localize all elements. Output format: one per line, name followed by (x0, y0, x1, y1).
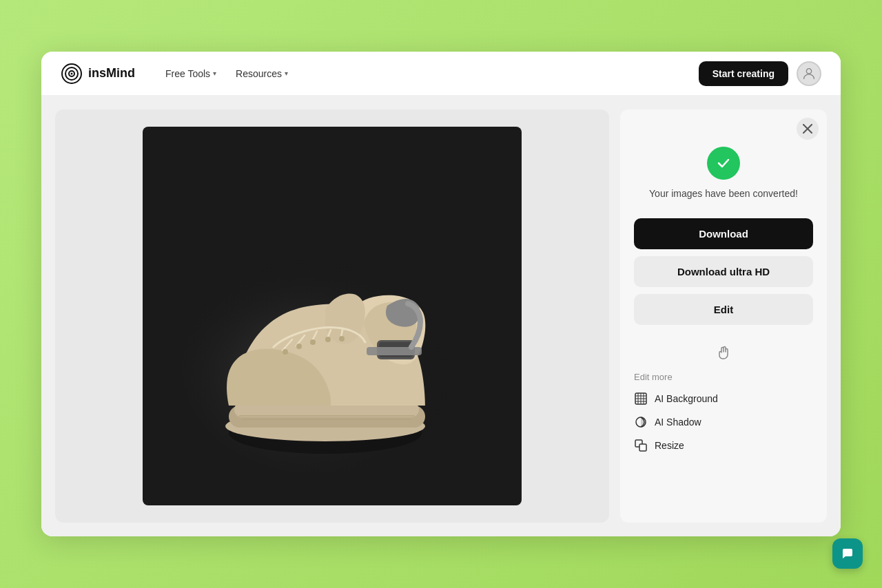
svg-point-21 (310, 339, 316, 345)
svg-point-4 (806, 68, 811, 73)
success-message: Your images have been converted! (649, 188, 798, 199)
ai-shadow-icon (634, 415, 648, 429)
close-button[interactable] (797, 118, 819, 140)
svg-point-19 (283, 349, 288, 355)
resize-item[interactable]: Resize (634, 437, 813, 454)
svg-point-3 (71, 72, 73, 74)
chat-bubble[interactable] (832, 538, 863, 569)
nav-free-tools[interactable]: Free Tools ▾ (157, 64, 225, 83)
svg-point-22 (325, 337, 331, 342)
logo: insMind (61, 63, 135, 85)
ai-background-label: AI Background (655, 393, 718, 404)
edit-more-section: Edit more (634, 372, 813, 454)
logo-icon (61, 63, 83, 85)
chevron-down-icon: ▾ (213, 70, 216, 77)
checkmark-icon (715, 155, 732, 171)
ai-shadow-item[interactable]: AI Shadow (634, 414, 813, 430)
svg-point-20 (296, 344, 302, 349)
download-button[interactable]: Download (634, 218, 813, 249)
svg-rect-37 (639, 444, 646, 451)
edit-more-title: Edit more (634, 372, 813, 382)
avatar[interactable] (797, 61, 821, 86)
right-panel: Your images have been converted! Downloa… (620, 109, 827, 523)
download-hd-button[interactable]: Download ultra HD (634, 256, 813, 287)
hand-icon (715, 344, 732, 361)
header-actions: Start creating (699, 61, 821, 86)
action-buttons: Download Download ultra HD Edit (634, 218, 813, 325)
main-nav: Free Tools ▾ Resources ▾ (157, 64, 699, 83)
edit-button[interactable]: Edit (634, 294, 813, 325)
ai-background-item[interactable]: AI Background (634, 390, 813, 407)
product-image (143, 127, 522, 505)
resize-icon (634, 439, 648, 452)
header: insMind Free Tools ▾ Resources ▾ Start c… (41, 52, 841, 96)
ai-shadow-label: AI Shadow (655, 417, 701, 428)
edit-more-items: AI Background AI Shadow (634, 390, 813, 454)
chevron-down-icon: ▾ (285, 70, 288, 77)
resize-label: Resize (655, 440, 684, 451)
drag-handle (634, 339, 813, 366)
svg-point-23 (339, 336, 345, 342)
main-content: Your images have been converted! Downloa… (41, 96, 841, 536)
logo-text: insMind (88, 66, 135, 81)
image-panel (55, 109, 609, 523)
ai-background-icon (634, 392, 648, 406)
user-icon (801, 66, 817, 81)
shoe-svg (160, 144, 504, 488)
close-icon (803, 124, 812, 134)
success-icon (707, 147, 740, 180)
start-creating-button[interactable]: Start creating (699, 61, 788, 86)
chat-icon (841, 547, 854, 560)
nav-resources[interactable]: Resources ▾ (227, 64, 296, 83)
app-window: insMind Free Tools ▾ Resources ▾ Start c… (41, 52, 841, 536)
success-section: Your images have been converted! (634, 126, 813, 218)
